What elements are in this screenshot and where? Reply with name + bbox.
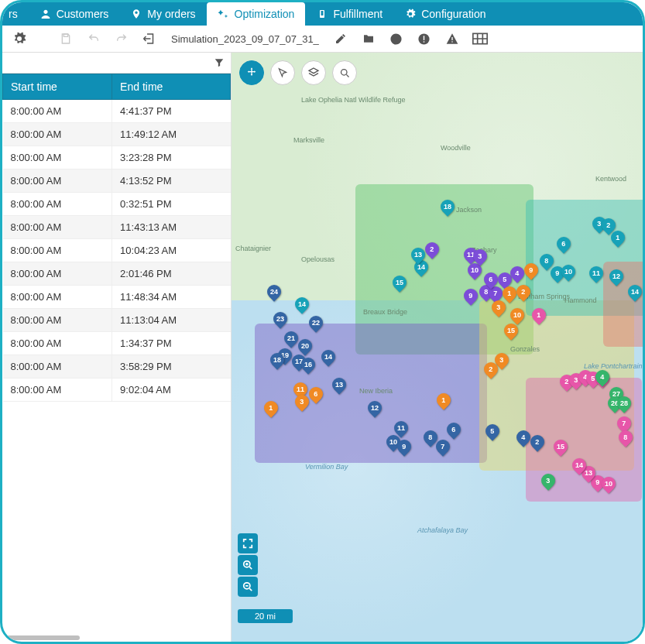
search-tool[interactable]	[332, 60, 357, 85]
svg-rect-7	[451, 41, 452, 42]
table-row[interactable]: 8:00:00 AM4:13:52 PM	[3, 170, 231, 193]
layers-tool[interactable]	[301, 60, 326, 85]
table-cell: 11:13:04 AM	[112, 309, 231, 332]
zoom-controls	[238, 533, 258, 597]
svg-rect-6	[451, 37, 452, 40]
table-row[interactable]: 8:00:00 AM10:04:23 AM	[3, 239, 231, 262]
undo-button[interactable]	[84, 29, 103, 48]
table-cell: 8:00:00 AM	[3, 216, 112, 239]
app-window: rs Customers My orders Optimization Fulf…	[0, 0, 645, 644]
table-row[interactable]: 8:00:00 AM1:34:37 PM	[3, 332, 231, 355]
folder-button[interactable]	[359, 29, 378, 48]
table-cell: 0:32:51 PM	[112, 193, 231, 216]
svg-point-9	[341, 69, 347, 75]
col-end-time[interactable]: End time	[112, 74, 231, 100]
pointer-tool[interactable]	[270, 60, 295, 85]
tab-customers-partial[interactable]: rs	[7, 2, 29, 26]
table-cell: 8:00:00 AM	[3, 379, 112, 402]
zoom-in-button[interactable]	[238, 555, 258, 575]
phone-icon	[316, 9, 328, 19]
table-cell: 2:01:46 PM	[112, 262, 231, 286]
svg-rect-5	[424, 41, 424, 42]
main-tabbar: rs Customers My orders Optimization Fulf…	[2, 2, 643, 26]
svg-rect-2	[63, 34, 67, 36]
sidebar: Start time End time 8:00:00 AM4:41:37 PM…	[2, 53, 232, 642]
table-row[interactable]: 8:00:00 AM9:02:04 AM	[3, 379, 231, 402]
tab-fulfillment[interactable]: Fulfillment	[305, 2, 393, 26]
tab-label: rs	[9, 8, 18, 20]
table-cell: 8:00:00 AM	[3, 100, 112, 123]
table-cell: 11:49:12 AM	[112, 123, 231, 146]
schedule-table: Start time End time 8:00:00 AM4:41:37 PM…	[2, 74, 231, 402]
fullscreen-button[interactable]	[238, 533, 258, 553]
tab-my-orders[interactable]: My orders	[119, 2, 206, 26]
table-cell: 8:00:00 AM	[3, 309, 112, 332]
table-cell: 8:00:00 AM	[3, 170, 112, 193]
tab-customers[interactable]: Customers	[29, 2, 120, 26]
table-cell: 8:00:00 AM	[3, 239, 112, 262]
table-cell: 4:41:37 PM	[112, 100, 231, 123]
table-cell: 1:34:37 PM	[112, 332, 231, 355]
table-cell: 4:13:52 PM	[112, 170, 231, 193]
magic-icon	[218, 9, 230, 19]
table-cell: 10:04:23 AM	[112, 239, 231, 262]
table-row[interactable]: 8:00:00 AM11:48:34 AM	[3, 286, 231, 309]
save-button[interactable]	[57, 29, 75, 48]
table-row[interactable]: 8:00:00 AM3:23:28 PM	[3, 146, 231, 170]
table-cell: 8:00:00 AM	[3, 355, 112, 379]
simulation-name: Simulation_2023_09_07_07_31_	[171, 33, 319, 45]
edit-button[interactable]	[331, 29, 350, 48]
table-row[interactable]: 8:00:00 AM3:58:29 PM	[3, 355, 231, 379]
table-cell: 8:00:00 AM	[3, 193, 112, 216]
tab-label: Configuration	[421, 8, 485, 20]
table-cell: 11:48:34 AM	[112, 286, 231, 309]
map-tools	[239, 60, 357, 85]
table-cell: 8:00:00 AM	[3, 146, 112, 170]
export-button[interactable]	[140, 29, 159, 48]
svg-rect-1	[321, 11, 324, 15]
table-cell: 3:23:28 PM	[112, 146, 231, 170]
body: Start time End time 8:00:00 AM4:41:37 PM…	[2, 53, 643, 642]
table-cell: 8:00:00 AM	[3, 123, 112, 146]
tab-configuration[interactable]: Configuration	[393, 2, 496, 26]
table-cell: 9:02:04 AM	[112, 379, 231, 402]
table-row[interactable]: 8:00:00 AM11:49:12 AM	[3, 123, 231, 146]
tab-label: My orders	[147, 8, 195, 20]
alert-button[interactable]	[415, 29, 434, 48]
table-row[interactable]: 8:00:00 AM0:32:51 PM	[3, 193, 231, 216]
table-row[interactable]: 8:00:00 AM11:43:13 AM	[3, 216, 231, 239]
table-cell: 8:00:00 AM	[3, 262, 112, 286]
table-cell: 3:58:29 PM	[112, 355, 231, 379]
users-icon	[39, 8, 52, 20]
table-cell: 8:00:00 AM	[3, 286, 112, 309]
table-row[interactable]: 8:00:00 AM11:13:04 AM	[3, 309, 231, 332]
map-scale: 20 mi	[238, 609, 293, 623]
svg-rect-4	[424, 36, 424, 40]
pin-icon	[130, 9, 142, 19]
settings-button[interactable]	[10, 29, 29, 48]
filter-bar	[2, 53, 231, 74]
table-cell: 11:43:13 AM	[112, 216, 231, 239]
chart-button[interactable]	[387, 29, 406, 48]
tab-label: Optimization	[235, 8, 295, 20]
table-row[interactable]: 8:00:00 AM4:41:37 PM	[3, 100, 231, 123]
redo-button[interactable]	[112, 29, 131, 48]
toolbar: Simulation_2023_09_07_07_31_	[2, 26, 643, 53]
horizontal-scrollbar[interactable]	[2, 634, 231, 642]
grid-button[interactable]	[471, 29, 489, 48]
tab-optimization[interactable]: Optimization	[207, 2, 306, 26]
table-row[interactable]: 8:00:00 AM2:01:46 PM	[3, 262, 231, 286]
col-start-time[interactable]: Start time	[3, 74, 112, 100]
table-cell: 8:00:00 AM	[3, 332, 112, 355]
filter-icon[interactable]	[214, 57, 225, 68]
pan-tool[interactable]	[239, 60, 264, 85]
gear-icon	[404, 9, 417, 19]
tab-label: Customers	[57, 8, 109, 20]
map-canvas[interactable]: Lake Ophelia Natl Wildlife RefugeMarksvi…	[232, 53, 643, 642]
zoom-out-button[interactable]	[238, 577, 258, 597]
tab-label: Fulfillment	[333, 8, 383, 20]
warning-button[interactable]	[443, 29, 461, 48]
